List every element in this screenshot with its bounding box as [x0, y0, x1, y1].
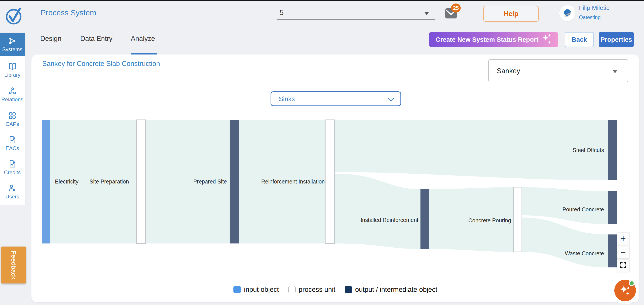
node-label-poured-concrete: Poured Concrete	[562, 206, 604, 212]
sidebar-item-caps[interactable]: CAPs	[0, 108, 24, 131]
scope-value: Sinks	[279, 95, 295, 102]
page-title: Sankey for Concrete Slab Construction	[42, 60, 160, 68]
active-tab-indicator	[131, 53, 157, 54]
app-window: Process System 5 25 Help Filip Miletic Q…	[0, 0, 644, 305]
legend-label: process unit	[299, 286, 336, 294]
node-label-site-preparation: Site Preparation	[90, 178, 129, 184]
eacs-icon	[8, 136, 16, 144]
properties-button[interactable]: Properties	[599, 32, 634, 47]
sidebar: Systems Library Relations	[0, 33, 24, 205]
sidebar-item-users[interactable]: Users	[0, 180, 24, 204]
node-label-steel-offcuts: Steel Offcuts	[572, 147, 604, 153]
dropdown-caret-icon	[612, 70, 618, 73]
back-button[interactable]: Back	[565, 32, 594, 47]
legend-item-input-object: input object	[234, 286, 279, 294]
sidebar-item-relations[interactable]: Relations	[0, 83, 24, 106]
input-object-swatch	[234, 286, 241, 293]
legend-label: input object	[244, 286, 279, 294]
status-dot	[629, 280, 634, 286]
library-icon	[8, 62, 16, 70]
systems-icon	[8, 37, 16, 45]
sidebar-item-label: Credits	[4, 170, 21, 176]
sankey-diagram[interactable]: Electricity Site Preparation Prepared Si…	[41, 119, 618, 274]
chart-type-value: Sankey	[497, 67, 520, 75]
legend-item-process-unit: process unit	[288, 286, 336, 294]
users-icon	[8, 184, 16, 192]
node-steel-offcuts[interactable]	[608, 120, 617, 180]
flow-reinforcementinstallation-steeloffcuts	[334, 120, 608, 180]
browser-edge	[0, 0, 644, 1]
chevron-down-icon	[388, 96, 394, 101]
legend-label: output / intermediate object	[355, 286, 438, 294]
node-installed-reinforcement[interactable]	[420, 189, 429, 249]
node-label-installed-reinforcement: Installed Reinforcement	[361, 217, 418, 223]
scope-select[interactable]: Sinks	[270, 92, 401, 106]
system-number-select[interactable]: 5	[278, 6, 435, 20]
help-button[interactable]: Help	[483, 6, 539, 22]
sidebar-item-credits[interactable]: Credits	[0, 156, 24, 179]
node-poured-concrete[interactable]	[608, 191, 617, 224]
sidebar-item-library[interactable]: Library	[0, 58, 24, 82]
legend: input object process unit output / inter…	[234, 286, 438, 294]
user-org: Qatesting	[579, 14, 600, 20]
sidebar-item-label: Users	[6, 194, 19, 200]
node-label-concrete-pouring: Concrete Pouring	[468, 217, 511, 224]
node-waste-concrete[interactable]	[608, 234, 617, 268]
zoom-out-button[interactable]: −	[617, 246, 630, 259]
app-logo-icon[interactable]	[5, 5, 23, 27]
node-label-waste-concrete: Waste Concrete	[565, 250, 604, 256]
credits-icon	[8, 160, 16, 168]
sidebar-item-eacs[interactable]: EACs	[0, 132, 24, 155]
node-reinforcement-installation[interactable]	[325, 120, 334, 244]
fullscreen-button[interactable]	[617, 259, 630, 272]
tab-data-entry[interactable]: Data Entry	[80, 35, 112, 43]
caps-icon	[8, 112, 16, 120]
node-prepared-site[interactable]	[230, 120, 239, 244]
process-unit-swatch	[288, 286, 296, 293]
notification-badge: 25	[451, 4, 461, 12]
relations-icon	[8, 87, 16, 95]
sidebar-item-label: Library	[4, 72, 20, 78]
avatar[interactable]	[560, 5, 575, 21]
tab-analyze[interactable]: Analyze	[131, 35, 155, 43]
output-object-swatch	[345, 286, 352, 293]
flow-concretepouring-wasteconcrete	[522, 218, 608, 268]
node-label-reinforcement-installation: Reinforcement Installation	[261, 178, 325, 184]
create-report-label: Create New System Status Report	[436, 36, 538, 43]
sparkles-icon	[618, 284, 632, 298]
node-concrete-pouring[interactable]	[514, 187, 522, 252]
dropdown-caret-icon	[424, 12, 429, 15]
user-name[interactable]: Filip Miletic	[579, 4, 609, 12]
create-report-button[interactable]: Create New System Status Report	[429, 32, 558, 47]
sidebar-item-label: Systems	[2, 46, 22, 52]
node-label-electricity: Electricity	[55, 178, 78, 184]
flow-reinforcementinstallation-installedreinforcement	[334, 174, 420, 249]
node-site-preparation[interactable]	[136, 120, 146, 244]
chart-type-select[interactable]: Sankey	[488, 59, 628, 82]
node-label-prepared-site: Prepared Site	[193, 178, 227, 184]
node-electricity[interactable]	[42, 120, 50, 244]
app-title: Process System	[41, 8, 96, 17]
sparkles-icon	[542, 33, 552, 46]
sidebar-item-label: EACs	[6, 145, 19, 152]
system-number-value: 5	[280, 8, 284, 17]
sidebar-item-label: Relations	[1, 96, 23, 102]
feedback-button[interactable]: Feedback	[1, 246, 26, 284]
sidebar-item-label: CAPs	[6, 121, 19, 127]
sidebar-item-systems[interactable]: Systems	[0, 33, 24, 56]
tab-design[interactable]: Design	[40, 35, 62, 43]
zoom-controls: + −	[617, 232, 630, 272]
legend-item-output-object: output / intermediate object	[345, 286, 438, 294]
zoom-in-button[interactable]: +	[617, 232, 630, 245]
fullscreen-icon	[620, 261, 627, 270]
